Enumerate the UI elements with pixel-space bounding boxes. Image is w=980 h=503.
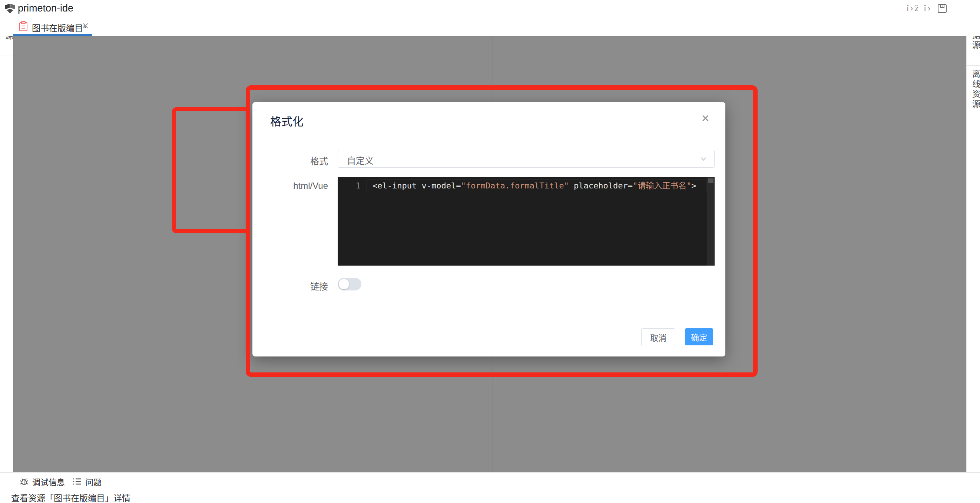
tab-label: 图书在版编目* bbox=[32, 21, 86, 34]
document-icon bbox=[19, 21, 28, 32]
annotation-rect-dialog bbox=[246, 85, 757, 377]
save-icon[interactable] bbox=[937, 3, 947, 14]
debug-info-label: 调试信息 bbox=[32, 476, 65, 487]
app-logo-icon bbox=[5, 3, 16, 14]
bottom-panel-bar: 调试信息 问题 bbox=[0, 472, 980, 488]
app-title: primeton-ide bbox=[18, 3, 73, 14]
top-bar: primeton-ide î›ž î› bbox=[0, 0, 980, 18]
list-icon bbox=[73, 477, 81, 485]
editor-tab-bar: 图书在版编目* ✕ bbox=[0, 17, 980, 36]
problems-button[interactable]: 问题 bbox=[73, 476, 102, 487]
tab-close-icon[interactable]: ✕ bbox=[82, 21, 89, 31]
tab-book-cip[interactable]: 图书在版编目* ✕ bbox=[13, 17, 92, 36]
status-bar: 查看资源「图书在版编目」详情 bbox=[0, 488, 980, 503]
divider bbox=[0, 56, 13, 56]
right-sidebar-strip: 数据源 离线资源 bbox=[966, 17, 980, 472]
debug-icon bbox=[20, 477, 29, 486]
topbar-glyph-icons[interactable]: î›ž î› bbox=[907, 4, 932, 13]
debug-info-button[interactable]: 调试信息 bbox=[20, 476, 65, 487]
divider bbox=[967, 65, 980, 65]
status-text: 查看资源「图书在版编目」详情 bbox=[11, 491, 130, 503]
divider bbox=[967, 124, 980, 124]
sidebar-item-offline-resources[interactable]: 离线资源 bbox=[969, 70, 980, 110]
annotation-rect-title-column bbox=[172, 107, 250, 233]
left-sidebar-strip: 资源 bbox=[0, 17, 14, 472]
problems-label: 问题 bbox=[85, 476, 102, 487]
